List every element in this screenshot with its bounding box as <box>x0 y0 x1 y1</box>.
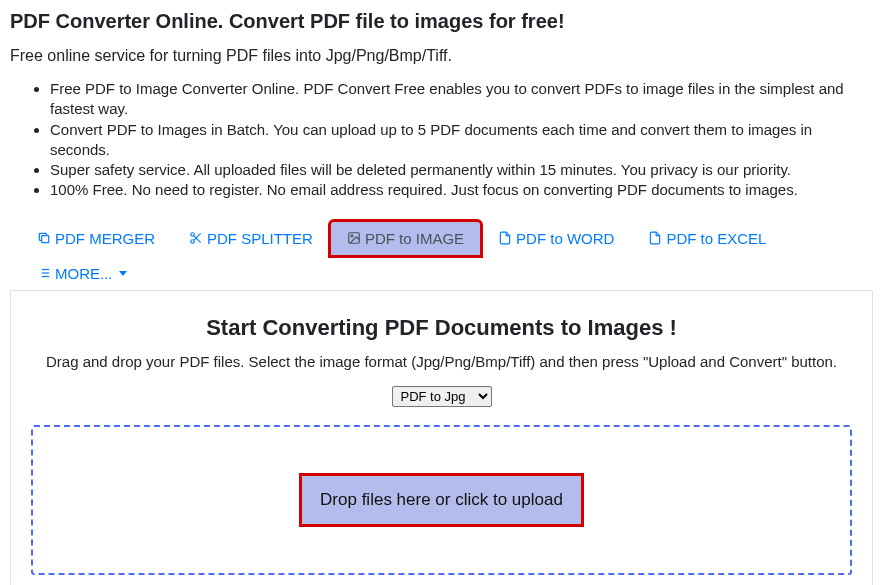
svg-rect-0 <box>42 236 49 243</box>
dropzone[interactable]: Drop files here or click to upload <box>31 425 852 575</box>
converter-panel: Start Converting PDF Documents to Images… <box>10 290 873 586</box>
svg-point-4 <box>351 235 353 237</box>
scissors-icon <box>189 231 203 245</box>
file-word-icon <box>498 231 512 245</box>
tab-label: PDF MERGER <box>55 230 155 247</box>
panel-description: Drag and drop your PDF files. Select the… <box>31 353 852 370</box>
feature-item: 100% Free. No need to register. No email… <box>50 180 873 200</box>
panel-heading: Start Converting PDF Documents to Images… <box>31 315 852 341</box>
tab-more[interactable]: MORE... <box>20 256 144 291</box>
tab-label: PDF to IMAGE <box>365 230 464 247</box>
feature-item: Super safety service. All uploaded files… <box>50 160 873 180</box>
feature-list: Free PDF to Image Converter Online. PDF … <box>10 79 873 201</box>
tab-pdf-to-excel[interactable]: PDF to EXCEL <box>631 221 783 256</box>
tab-pdf-merger[interactable]: PDF MERGER <box>20 221 172 256</box>
tab-label: PDF to EXCEL <box>666 230 766 247</box>
svg-point-2 <box>191 240 195 244</box>
feature-item: Convert PDF to Images in Batch. You can … <box>50 120 873 161</box>
page-subtitle: Free online service for turning PDF file… <box>10 47 873 65</box>
tab-label: MORE... <box>55 265 113 282</box>
list-icon <box>37 266 51 280</box>
tab-label: PDF to WORD <box>516 230 614 247</box>
dropzone-label[interactable]: Drop files here or click to upload <box>299 473 584 527</box>
file-excel-icon <box>648 231 662 245</box>
tab-pdf-to-image[interactable]: PDF to IMAGE <box>330 221 481 256</box>
svg-point-1 <box>191 233 195 237</box>
page-title: PDF Converter Online. Convert PDF file t… <box>10 10 873 33</box>
tab-label: PDF SPLITTER <box>207 230 313 247</box>
feature-item: Free PDF to Image Converter Online. PDF … <box>50 79 873 120</box>
format-select[interactable]: PDF to Jpg <box>392 386 492 407</box>
tab-bar: PDF MERGER PDF SPLITTER PDF to IMAGE PDF… <box>10 221 873 291</box>
tab-pdf-splitter[interactable]: PDF SPLITTER <box>172 221 330 256</box>
tab-pdf-to-word[interactable]: PDF to WORD <box>481 221 631 256</box>
copy-icon <box>37 231 51 245</box>
chevron-down-icon <box>119 271 127 276</box>
image-icon <box>347 231 361 245</box>
